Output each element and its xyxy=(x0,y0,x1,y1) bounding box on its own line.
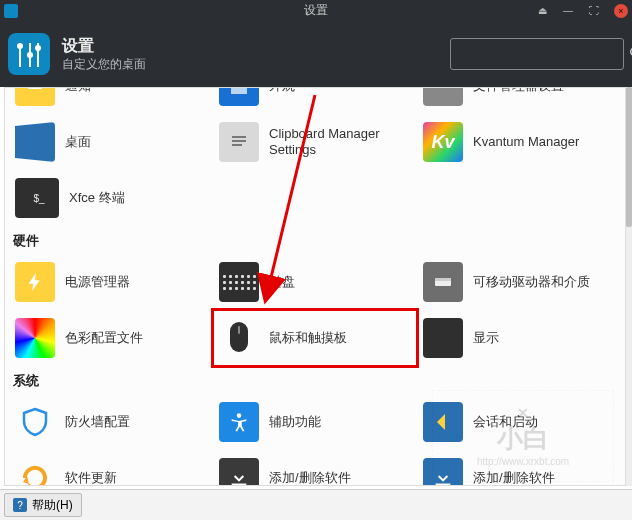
system-grid: 防火墙配置 辅助功能 会话和启动 软件更新 添加/删除软件 添加/删除软件 xyxy=(9,394,621,486)
storage-icon xyxy=(423,262,463,302)
item-label: 色彩配置文件 xyxy=(65,330,143,346)
item-session-startup[interactable]: 会话和启动 xyxy=(417,394,621,450)
shield-icon xyxy=(15,402,55,442)
header-text: 设置 自定义您的桌面 xyxy=(62,36,438,72)
svg-rect-16 xyxy=(238,326,240,334)
section-system-title: 系统 xyxy=(9,366,621,394)
item-label: 电源管理器 xyxy=(65,274,130,290)
power-icon xyxy=(15,262,55,302)
titlebar: 设置 ⏏ — ⛶ × xyxy=(0,0,632,21)
item-desktop[interactable]: 桌面 xyxy=(9,114,213,170)
search-box[interactable] xyxy=(450,38,624,70)
titlebar-app-icon xyxy=(4,4,18,18)
accessibility-icon xyxy=(219,402,259,442)
item-label: 外观 xyxy=(269,87,295,94)
svg-rect-10 xyxy=(232,136,246,138)
svg-rect-11 xyxy=(232,140,246,142)
item-mouse-touchpad[interactable]: 鼠标和触摸板 xyxy=(213,310,417,366)
item-label: 防火墙配置 xyxy=(65,414,130,430)
help-label: 帮助(H) xyxy=(32,497,73,514)
window-maximize-button[interactable]: ⛶ xyxy=(588,5,600,17)
hardware-grid: 电源管理器 键盘 可移动驱动器和介质 色彩配置文件 鼠标和触摸板 xyxy=(9,254,621,366)
svg-point-19 xyxy=(237,413,242,418)
item-label: Kvantum Manager xyxy=(473,134,579,150)
item-label: 通知 xyxy=(65,87,91,94)
item-keyboard[interactable]: 键盘 xyxy=(213,254,417,310)
svg-rect-3 xyxy=(19,43,21,67)
kvantum-icon: Kv xyxy=(423,122,463,162)
item-removable-media[interactable]: 可移动驱动器和介质 xyxy=(417,254,621,310)
item-power-manager[interactable]: 电源管理器 xyxy=(9,254,213,310)
desktop-icon xyxy=(15,122,55,162)
settings-app-icon xyxy=(8,33,50,75)
help-button[interactable]: ? 帮助(H) xyxy=(4,493,82,517)
color-icon xyxy=(15,318,55,358)
item-add-remove-software-1[interactable]: 添加/删除软件 xyxy=(213,450,417,486)
scrollbar-thumb[interactable] xyxy=(626,87,632,227)
header-title: 设置 xyxy=(62,36,438,56)
personal-grid: 通知 外观 文件管理器设置 桌面 Clipboard Manager Setti… xyxy=(9,87,621,226)
item-clipboard-manager[interactable]: Clipboard Manager Settings xyxy=(213,114,417,170)
file-manager-icon xyxy=(423,87,463,106)
item-notifications[interactable]: 通知 xyxy=(9,87,213,114)
item-label: 显示 xyxy=(473,330,499,346)
item-label: 添加/删除软件 xyxy=(269,470,351,486)
svg-rect-5 xyxy=(37,43,39,67)
svg-rect-17 xyxy=(430,327,456,344)
svg-rect-14 xyxy=(435,278,451,281)
item-xfce-terminal[interactable]: $_ Xfce 终端 xyxy=(9,170,213,226)
session-icon xyxy=(423,402,463,442)
keyboard-icon xyxy=(219,262,259,302)
search-input[interactable] xyxy=(457,46,629,63)
mouse-icon xyxy=(219,318,259,358)
item-accessibility[interactable]: 辅助功能 xyxy=(213,394,417,450)
window-minimize-button[interactable]: — xyxy=(562,5,574,17)
settings-scroll-area[interactable]: 通知 外观 文件管理器设置 桌面 Clipboard Manager Setti… xyxy=(4,87,626,486)
item-label: 辅助功能 xyxy=(269,414,321,430)
window-close-button[interactable]: × xyxy=(614,4,628,18)
item-label: 会话和启动 xyxy=(473,414,538,430)
display-icon xyxy=(423,318,463,358)
item-add-remove-software-2[interactable]: 添加/删除软件 xyxy=(417,450,621,486)
item-label: Xfce 终端 xyxy=(69,190,125,206)
appearance-icon xyxy=(219,87,259,106)
item-file-manager-settings[interactable]: 文件管理器设置 xyxy=(417,87,621,114)
item-appearance[interactable]: 外观 xyxy=(213,87,417,114)
terminal-icon: $_ xyxy=(15,178,59,218)
header: 设置 自定义您的桌面 xyxy=(0,21,632,87)
item-label: 键盘 xyxy=(269,274,295,290)
item-label: 添加/删除软件 xyxy=(473,470,555,486)
item-display[interactable]: 显示 xyxy=(417,310,621,366)
download-icon xyxy=(219,458,259,486)
item-label: 鼠标和触摸板 xyxy=(269,330,347,346)
section-hardware-title: 硬件 xyxy=(9,226,621,254)
footer: ? 帮助(H) xyxy=(0,489,632,520)
svg-rect-18 xyxy=(438,345,448,348)
clipboard-icon xyxy=(219,122,259,162)
window-shade-button[interactable]: ⏏ xyxy=(536,5,548,17)
header-subtitle: 自定义您的桌面 xyxy=(62,56,438,72)
item-kvantum-manager[interactable]: Kv Kvantum Manager xyxy=(417,114,621,170)
item-firewall[interactable]: 防火墙配置 xyxy=(9,394,213,450)
item-label: 可移动驱动器和介质 xyxy=(473,274,590,290)
item-label: 软件更新 xyxy=(65,470,117,486)
bell-icon xyxy=(15,87,55,106)
svg-rect-12 xyxy=(232,144,242,146)
svg-rect-9 xyxy=(231,87,247,94)
download-icon xyxy=(423,458,463,486)
item-label: 文件管理器设置 xyxy=(473,87,564,94)
svg-rect-4 xyxy=(29,43,31,67)
item-label: 桌面 xyxy=(65,134,91,150)
scrollbar[interactable] xyxy=(626,87,632,486)
item-software-update[interactable]: 软件更新 xyxy=(9,450,213,486)
window-buttons: ⏏ — ⛶ × xyxy=(536,0,628,21)
update-icon xyxy=(15,458,55,486)
item-label: Clipboard Manager Settings xyxy=(269,126,411,158)
item-color-profiles[interactable]: 色彩配置文件 xyxy=(9,310,213,366)
help-icon: ? xyxy=(13,498,27,512)
